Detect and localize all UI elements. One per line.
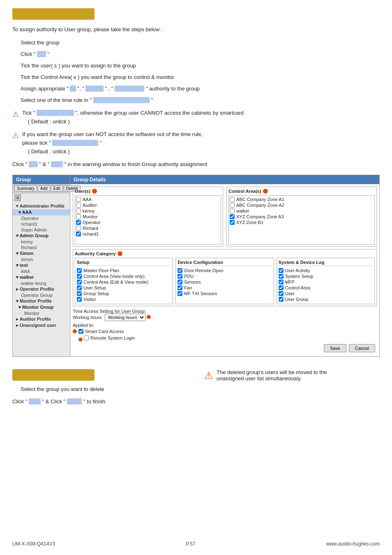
- users-scroll[interactable]: AAA Auditor kenny Monitor Operator Richa…: [75, 195, 221, 245]
- dev-mft[interactable]: MF T/H Sensors: [178, 291, 272, 296]
- tree-monitor-profile[interactable]: ▾ Monitor Profile: [13, 298, 70, 304]
- user-kenny[interactable]: kenny: [76, 208, 220, 214]
- details-header: Group Details: [70, 175, 379, 184]
- footer-left: UM-X-ISM-Q414V3: [12, 541, 55, 547]
- dev-sensors[interactable]: Sensors: [178, 279, 272, 285]
- area-abc-a2[interactable]: ABC Company Zone A2: [230, 202, 374, 208]
- users-list: AAA Auditor kenny Monitor Operator Richa…: [75, 196, 221, 238]
- click-line: Click " " & " " in the warning window to…: [12, 160, 380, 169]
- close-x[interactable]: ✕: [14, 194, 21, 201]
- user-monitor[interactable]: Monitor: [76, 214, 220, 220]
- tree-operator-profile[interactable]: ▸ Operator Profile: [13, 286, 70, 292]
- edit-button[interactable]: Edit: [51, 185, 63, 192]
- tree-operator[interactable]: Operator: [13, 215, 70, 221]
- cancel-button[interactable]: Cancel: [349, 344, 375, 352]
- bottom-step1: Select the group you want to delete: [21, 385, 188, 394]
- dev-pdu[interactable]: PDU: [178, 273, 272, 279]
- control-list: ABC Company Zone A1 ABC Company Zone A2 …: [229, 196, 374, 226]
- sidebar-header: Group: [13, 175, 70, 184]
- setup-ca-view[interactable]: Control Area (View mode only): [77, 273, 171, 279]
- tree-aaa-selected[interactable]: ▾ AAA: [13, 209, 70, 215]
- step3-text: Tick the user( s ) you want to assign to…: [21, 61, 380, 70]
- tree-admin-profile[interactable]: ▾ Administrator Profile: [13, 203, 70, 209]
- tree-aaa-test[interactable]: AAA: [13, 268, 70, 274]
- user-operator[interactable]: Operator: [76, 220, 220, 225]
- warning2-suffix: ": [100, 140, 102, 146]
- user-aaa[interactable]: AAA: [76, 197, 220, 202]
- setup-user-setup[interactable]: User Setup: [77, 285, 171, 291]
- bottom-right: ⚠ The deleted group's users will be move…: [204, 369, 380, 412]
- bottom-warning-text: The deleted group's users will be moved …: [217, 369, 327, 412]
- authority-section: Authority Category Setup Master Floor Pl…: [73, 249, 377, 306]
- setup-visitor[interactable]: Visitor: [77, 296, 171, 302]
- tree-auditor-profile[interactable]: ▸ Auditor Profile: [13, 316, 70, 322]
- sidebar-tree: ▾ Administrator Profile ▾ AAA Operator r…: [13, 202, 70, 329]
- area-abc-a1[interactable]: ABC Company Zone A1: [230, 197, 374, 202]
- tree-test-group[interactable]: ▾ test: [13, 262, 70, 268]
- tree-kenny[interactable]: kenny: [13, 239, 70, 245]
- bottom-warning-icon: ⚠: [204, 370, 213, 412]
- user-richard1[interactable]: richard1: [76, 231, 220, 237]
- tree-admin-group[interactable]: ▾ Admin Group: [13, 233, 70, 239]
- warning1-prefix: Tick ": [22, 110, 35, 116]
- working-hours-select[interactable]: Working hours: [105, 314, 145, 321]
- device-config-title: Device Configuration: [178, 260, 272, 266]
- control-scroll[interactable]: ABC Company Zone A1 ABC Company Zone A2 …: [228, 195, 375, 245]
- user-auditor[interactable]: Auditor: [76, 202, 220, 208]
- applied-indicator: [73, 329, 77, 333]
- area-xyz-a3[interactable]: XYZ Company Zone A3: [230, 214, 374, 220]
- control-areas-title: Control Area(s): [228, 189, 375, 194]
- tree-simon-group[interactable]: ▾ Simon: [13, 250, 70, 257]
- setup-ca-edit[interactable]: Control Area (Edit & View mode): [77, 279, 171, 285]
- user-richard[interactable]: Richard: [76, 225, 220, 231]
- footer-center: P.57: [186, 541, 195, 547]
- area-walker[interactable]: walker: [230, 208, 374, 214]
- log-user-group[interactable]: User Group: [279, 296, 373, 302]
- warning1-sub: ( Default : untick ): [22, 118, 70, 125]
- tree-simon-child[interactable]: simon: [13, 257, 70, 262]
- bottom-click-line: Click " " & Click " " to finish.: [12, 397, 188, 406]
- log-system-setup[interactable]: System Setup: [279, 273, 373, 279]
- authority-title: Authority Category: [75, 251, 375, 256]
- device-config-col: Device Configuration Door Remote Open PD…: [175, 258, 274, 304]
- main-panel: Group Summary Add Edit Delete ✕ ▾ Admini…: [12, 175, 380, 356]
- warning-icon-1: ⚠: [12, 110, 19, 119]
- system-log-title: System & Device Log: [279, 260, 373, 266]
- tree-richard[interactable]: Richard: [13, 245, 70, 250]
- tree-richard1-child[interactable]: richard1: [13, 221, 70, 227]
- step5-text: Assign appropriate " ", " " , " " author…: [21, 84, 380, 93]
- sidebar: Group Summary Add Edit Delete ✕ ▾ Admini…: [13, 175, 70, 356]
- time-section: Time Access Setting for User Group: Work…: [73, 309, 377, 321]
- warning1-highlight: [37, 110, 74, 116]
- log-mfp[interactable]: MFP: [279, 279, 373, 285]
- smart-card-access[interactable]: Smart Card Access: [78, 328, 124, 334]
- working-hours-indicator: [147, 315, 151, 319]
- tree-monitor-group[interactable]: ▾ Monitor Group: [13, 304, 70, 310]
- tree-walker-leung[interactable]: walker leung: [13, 280, 70, 286]
- tree-monitor-child[interactable]: Monitor: [13, 310, 70, 316]
- setup-col: Setup Master Floor Plan Control Area (Vi…: [75, 258, 173, 304]
- log-user[interactable]: User: [279, 291, 373, 296]
- dev-door-remote[interactable]: Door Remote Open: [178, 268, 272, 273]
- bottom-section: Select the group you want to delete Clic…: [12, 369, 380, 412]
- click-cancel-highlight: [51, 161, 63, 167]
- remote-system-login[interactable]: Remote System Login: [84, 335, 135, 341]
- tree-unassigned[interactable]: ▸ Unassigned user: [13, 322, 70, 328]
- setup-master-floor[interactable]: Master Floor Plan: [77, 268, 171, 273]
- applied-section: Applied to: Smart Card Access Remote Sys…: [73, 323, 377, 341]
- summary-button[interactable]: Summary: [14, 185, 37, 192]
- time-access-label: Time Access Setting for User Group:: [73, 309, 146, 314]
- area-xyz-b1[interactable]: XYZ Zone B1: [230, 220, 374, 225]
- save-button[interactable]: Save: [324, 344, 346, 352]
- log-control-area[interactable]: Control Area: [279, 285, 373, 291]
- tree-operator-group[interactable]: Operator Group: [13, 292, 70, 298]
- tree-super-admin[interactable]: Super Admin: [13, 227, 70, 233]
- add-button[interactable]: Add: [38, 185, 50, 192]
- dev-fan[interactable]: Fan: [178, 285, 272, 291]
- log-user-activity[interactable]: User Activity: [279, 268, 373, 273]
- applied-to-label: Applied to:: [73, 323, 377, 328]
- bottom-bar: [12, 369, 95, 381]
- tree-walker-group[interactable]: ▾ walker: [13, 274, 70, 280]
- setup-group[interactable]: Group Setup: [77, 291, 171, 296]
- step5-highlight2: [85, 86, 103, 92]
